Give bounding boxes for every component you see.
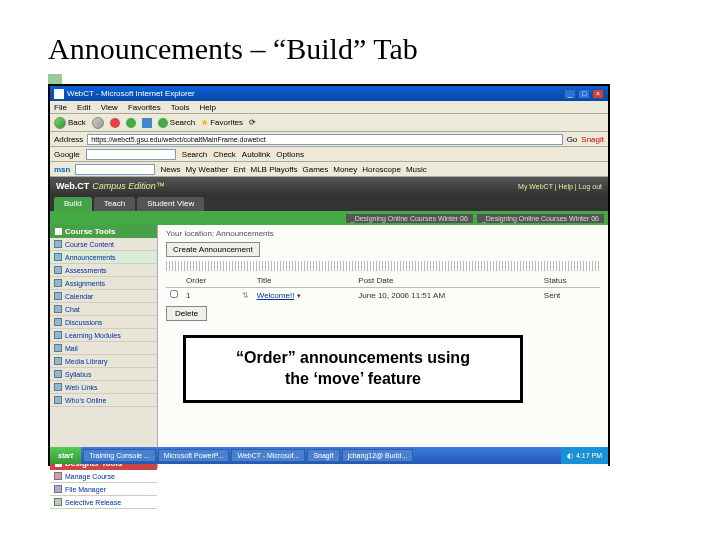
webct-brand: Web.CT [56,181,89,191]
webct-edition: Campus Edition™ [92,181,165,191]
menu-help[interactable]: Help [199,103,215,112]
msn-games[interactable]: Games [302,165,328,174]
sidebar-item-assessments[interactable]: Assessments [50,264,157,277]
col-status[interactable]: Status [540,274,600,288]
msn-ent[interactable]: Ent [233,165,245,174]
sidebar-item-learning-modules[interactable]: Learning Modules [50,329,157,342]
menu-edit[interactable]: Edit [77,103,91,112]
check-button[interactable]: Check [213,150,236,159]
assess-icon [54,266,62,274]
msn-toolbar: msn News My Weather Ent MLB Playoffs Gam… [50,162,608,177]
maximize-button[interactable]: □ [578,89,590,99]
col-order[interactable]: Order [182,274,238,288]
address-label: Address [54,135,83,144]
menu-file[interactable]: File [54,103,67,112]
task-item[interactable]: Training Console ... [83,449,155,462]
go-button[interactable]: Go [567,135,578,144]
breadcrumb: Your location: Announcements [166,229,600,238]
tab-build[interactable]: Build [54,197,92,211]
windows-taskbar: start Training Console ... Microsoft Pow… [50,447,608,464]
menu-tools[interactable]: Tools [171,103,190,112]
move-icon[interactable]: ⇅ [242,291,249,300]
manage-icon [54,472,62,480]
star-icon: ★ [201,118,208,127]
system-tray[interactable]: ◐ 4:17 PM [561,447,608,464]
task-item[interactable]: WebCT - Microsof... [231,449,305,462]
sidebar-item-selective-release[interactable]: Selective Release [50,496,157,509]
ie-icon [54,89,64,99]
webct-top-links[interactable]: My WebCT | Help | Log out [518,183,602,190]
sidebar-item-file-manager[interactable]: File Manager [50,483,157,496]
google-search-input[interactable] [86,149,176,160]
msn-money[interactable]: Money [333,165,357,174]
sidebar-item-announcements[interactable]: Announcements [50,251,157,264]
back-icon [54,117,66,129]
forward-button[interactable] [92,117,104,129]
msn-music[interactable]: Music [406,165,427,174]
tab-student-view[interactable]: Student View [137,197,204,211]
minimize-button[interactable]: _ [564,89,576,99]
calendar-icon [54,292,62,300]
media-icon [54,357,62,365]
options-button[interactable]: Options [276,150,304,159]
forward-icon [92,117,104,129]
msn-search-input[interactable] [75,164,155,175]
course-tools-header: Course Tools [50,225,157,238]
sidebar-item-whos-online[interactable]: Who's Online [50,394,157,407]
msn-horoscope[interactable]: Horoscope [362,165,401,174]
back-button[interactable]: Back [54,117,86,129]
tray-icon[interactable]: ◐ [567,452,573,460]
msn-weather[interactable]: My Weather [185,165,228,174]
sidebar-item-mail[interactable]: Mail [50,342,157,355]
screenshot-frame: WebCT - Microsoft Internet Explorer _ □ … [48,84,610,466]
mail-icon [54,344,62,352]
menu-favorites[interactable]: Favorites [128,103,161,112]
file-icon [54,485,62,493]
sidebar-item-assignments[interactable]: Assignments [50,277,157,290]
create-announcement-button[interactable]: Create Announcement [166,242,260,257]
sidebar-item-chat[interactable]: Chat [50,303,157,316]
stop-icon[interactable] [110,118,120,128]
sidebar-item-media-library[interactable]: Media Library [50,355,157,368]
course-tab-1[interactable]: _Designing Online Courses Winter 06 [346,214,473,223]
home-icon[interactable] [142,118,152,128]
sidebar-item-discussions[interactable]: Discussions [50,316,157,329]
address-bar: Address https://webct5.gsu.edu/webct/cob… [50,132,608,147]
history-icon[interactable]: ⟳ [249,118,256,127]
col-title[interactable]: Title [253,274,355,288]
course-tab-2[interactable]: _Designing Online Courses Winter 06 [477,214,604,223]
window-titlebar: WebCT - Microsoft Internet Explorer _ □ … [50,86,608,101]
tab-teach[interactable]: Teach [94,197,135,211]
address-input[interactable]: https://webct5.gsu.edu/webct/cobaltMainF… [87,134,562,145]
announcements-table: Order Title Post Date Status 1 ⇅ Welcome… [166,274,600,302]
sidebar-item-calendar[interactable]: Calendar [50,290,157,303]
autolink-button[interactable]: Autolink [242,150,270,159]
delete-button[interactable]: Delete [166,306,207,321]
chevron-down-icon[interactable]: ▾ [297,292,301,299]
discuss-icon [54,318,62,326]
task-item[interactable]: Microsoft PowerP... [158,449,230,462]
msn-label: msn [54,165,70,174]
search-button[interactable]: Search [158,118,195,128]
msn-mlb[interactable]: MLB Playoffs [250,165,297,174]
row-title-link[interactable]: Welcome!! [257,291,295,300]
snagit-label: Snagit [581,135,604,144]
start-button[interactable]: start [50,447,81,464]
menu-view[interactable]: View [101,103,118,112]
msn-news[interactable]: News [160,165,180,174]
sidebar-item-course-content[interactable]: Course Content [50,238,157,251]
task-item[interactable]: jchang12@ Budd... [342,449,414,462]
search-icon [158,118,168,128]
col-post-date[interactable]: Post Date [354,274,540,288]
sidebar-item-manage-course[interactable]: Manage Course [50,470,157,483]
google-search-button[interactable]: Search [182,150,207,159]
task-item[interactable]: SnagIt [307,449,339,462]
sidebar-item-syllabus[interactable]: Syllabus [50,368,157,381]
ie-toolbar: Back Search ★Favorites ⟳ [50,114,608,132]
row-checkbox[interactable] [170,290,178,298]
close-button[interactable]: × [592,89,604,99]
refresh-icon[interactable] [126,118,136,128]
sidebar-item-web-links[interactable]: Web Links [50,381,157,394]
folder-icon [54,240,62,248]
favorites-button[interactable]: ★Favorites [201,118,243,127]
